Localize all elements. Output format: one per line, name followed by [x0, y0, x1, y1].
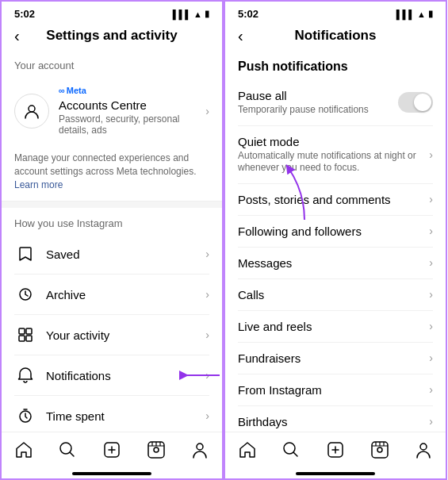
status-icons-right: ▌▌▌ ▲ ▮	[396, 9, 433, 19]
svg-rect-4	[19, 336, 25, 341]
time-spent-chevron: ›	[205, 409, 209, 422]
pause-all-toggle[interactable]	[398, 92, 433, 113]
live-reels-label: Live and reels	[238, 320, 426, 333]
signal-icon-right: ▌▌▌	[396, 10, 415, 19]
back-button-right[interactable]: ‹	[238, 27, 243, 45]
time-left: 5:02	[14, 8, 35, 20]
page-title-left: Settings and activity	[46, 28, 177, 44]
tab-profile-left[interactable]	[184, 439, 216, 461]
push-notifications-title: Push notifications	[225, 50, 446, 80]
accounts-centre-icon	[14, 94, 49, 129]
pause-all-label: Pause all	[238, 89, 398, 102]
notifications-icon	[14, 364, 36, 386]
list-item-posts-stories[interactable]: Posts, stories and comments ›	[225, 184, 446, 215]
right-panel-content: Push notifications Pause all Temporarily…	[225, 50, 446, 432]
svg-point-23	[377, 447, 382, 452]
notifications-chevron: ›	[205, 369, 209, 382]
messages-label: Messages	[238, 256, 426, 270]
list-item-your-activity[interactable]: Your activity ›	[2, 315, 222, 355]
home-indicator-right	[225, 464, 446, 478]
svg-rect-2	[19, 328, 25, 334]
following-followers-label: Following and followers	[238, 225, 426, 238]
tab-home-left[interactable]	[8, 439, 40, 461]
svg-point-19	[197, 444, 203, 450]
wifi-icon: ▲	[193, 10, 202, 19]
list-item-from-instagram[interactable]: From Instagram ›	[225, 374, 446, 405]
nav-bar-left: ‹ Settings and activity	[2, 23, 222, 50]
tab-add-right[interactable]	[320, 439, 351, 461]
list-item-notifications[interactable]: Notifications ›	[2, 355, 222, 395]
tab-reels-left[interactable]	[140, 439, 172, 461]
messages-chevron: ›	[429, 256, 433, 269]
accounts-centre-text: ∞Meta Accounts Centre Password, security…	[59, 86, 202, 136]
divider-1	[2, 202, 222, 208]
battery-icon: ▮	[205, 9, 209, 19]
accounts-centre-sub: Password, security, personal details, ad…	[59, 113, 202, 136]
your-activity-label: Your activity	[46, 328, 202, 342]
birthdays-chevron: ›	[429, 415, 433, 428]
battery-icon-right: ▮	[428, 9, 433, 19]
status-bar-left: 5:02 ▌▌▌ ▲ ▮	[2, 2, 222, 23]
status-icons-left: ▌▌▌ ▲ ▮	[173, 9, 209, 19]
quiet-mode-label: Quiet mode	[238, 135, 426, 148]
following-followers-chevron: ›	[429, 225, 433, 237]
posts-stories-chevron: ›	[429, 193, 433, 205]
from-instagram-chevron: ›	[429, 383, 433, 396]
pause-all-sub: Temporarily pause notifications	[238, 104, 398, 117]
your-activity-icon	[14, 324, 36, 346]
signal-icon: ▌▌▌	[173, 10, 191, 19]
list-item-fundraisers[interactable]: Fundraisers ›	[225, 343, 446, 374]
list-item-time-spent[interactable]: Time spent ›	[2, 396, 222, 432]
svg-rect-5	[26, 336, 32, 341]
how-you-use-header: How you use Instagram	[2, 208, 222, 234]
tab-reels-right[interactable]	[364, 439, 396, 461]
tab-home-right[interactable]	[232, 439, 263, 461]
fundraisers-chevron: ›	[429, 351, 433, 364]
calls-chevron: ›	[429, 288, 433, 301]
svg-point-18	[154, 447, 159, 452]
left-panel: 5:02 ▌▌▌ ▲ ▮ ‹ Settings and activity You…	[0, 0, 224, 480]
archive-label: Archive	[46, 288, 202, 301]
meta-info-text: Manage your connected experiences and ac…	[14, 152, 196, 177]
list-item-calls[interactable]: Calls ›	[225, 279, 446, 310]
quiet-mode-chevron: ›	[429, 148, 433, 161]
your-activity-chevron: ›	[205, 328, 209, 341]
posts-stories-label: Posts, stories and comments	[238, 193, 426, 206]
saved-label: Saved	[46, 248, 202, 261]
fundraisers-label: Fundraisers	[238, 351, 426, 365]
svg-point-24	[420, 444, 427, 450]
home-bar-left	[72, 472, 151, 475]
learn-more-link[interactable]: Learn more	[14, 179, 63, 190]
left-panel-content: Your account ∞Meta Accounts Centre Passw…	[2, 50, 222, 432]
list-item-birthdays[interactable]: Birthdays ›	[225, 406, 446, 432]
list-item-live-reels[interactable]: Live and reels ›	[225, 311, 446, 342]
page-title-right: Notifications	[295, 28, 377, 44]
accounts-centre-row[interactable]: ∞Meta Accounts Centre Password, security…	[2, 76, 222, 145]
tab-search-left[interactable]	[52, 439, 83, 461]
time-spent-label: Time spent	[46, 409, 202, 423]
accounts-centre-title: Accounts Centre	[59, 98, 202, 112]
your-account-header: Your account	[2, 50, 222, 76]
list-item-archive[interactable]: Archive ›	[2, 275, 222, 314]
tab-add-left[interactable]	[96, 439, 128, 461]
archive-chevron: ›	[205, 288, 209, 301]
list-item-pause-all[interactable]: Pause all Temporarily pause notification…	[225, 80, 446, 125]
meta-info-block: Manage your connected experiences and ac…	[2, 145, 222, 202]
accounts-centre-chevron: ›	[205, 105, 209, 117]
list-item-saved[interactable]: Saved ›	[2, 234, 222, 274]
saved-chevron: ›	[205, 248, 209, 260]
time-spent-icon	[14, 405, 36, 427]
wifi-icon-right: ▲	[417, 10, 426, 19]
tab-bar-right	[225, 432, 446, 464]
right-panel: 5:02 ▌▌▌ ▲ ▮ ‹ Notifications Push notifi…	[224, 0, 447, 480]
list-item-quiet-mode[interactable]: Quiet mode Automatically mute notificati…	[225, 126, 446, 183]
tab-profile-right[interactable]	[408, 439, 439, 461]
back-button-left[interactable]: ‹	[14, 27, 20, 45]
nav-bar-right: ‹ Notifications	[225, 23, 446, 50]
birthdays-label: Birthdays	[238, 415, 426, 428]
quiet-mode-sub: Automatically mute notifications at nigh…	[238, 150, 426, 175]
tab-search-right[interactable]	[275, 439, 307, 461]
home-indicator-left	[2, 464, 222, 478]
list-item-messages[interactable]: Messages ›	[225, 248, 446, 278]
list-item-following-followers[interactable]: Following and followers ›	[225, 216, 446, 247]
